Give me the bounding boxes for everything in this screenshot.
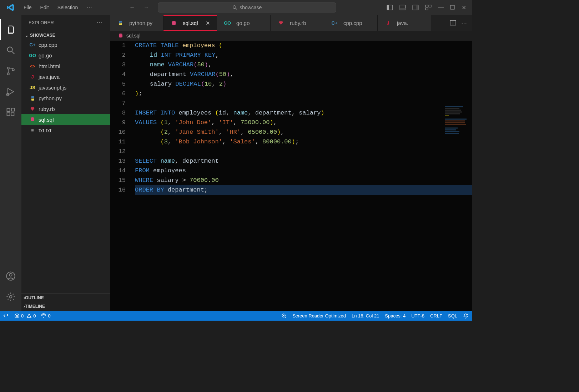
status-indent[interactable]: Spaces: 4	[385, 313, 406, 319]
file-type-icon: ≡	[29, 128, 36, 133]
menu-file[interactable]: File	[20, 2, 35, 12]
activity-debug-icon[interactable]	[0, 81, 21, 102]
chevron-down-icon: ⌄	[24, 33, 30, 38]
activity-explorer-icon[interactable]	[0, 19, 21, 40]
svg-rect-3	[387, 5, 389, 10]
split-editor-icon[interactable]	[450, 20, 456, 26]
svg-line-13	[12, 52, 15, 54]
status-cursor-pos[interactable]: Ln 16, Col 21	[352, 313, 379, 319]
timeline-header[interactable]: › TIMELINE	[21, 302, 110, 311]
file-name-label: txt.txt	[39, 127, 51, 133]
activity-bar	[0, 15, 21, 311]
file-item[interactable]: python.py	[21, 93, 110, 103]
svg-point-52	[466, 314, 468, 315]
code-content[interactable]: CREATE TABLE employees ( id INT PRIMARY …	[135, 41, 472, 311]
outline-header[interactable]: › OUTLINE	[21, 294, 110, 302]
folder-header[interactable]: ⌄ SHOWCASE	[21, 31, 110, 39]
status-notifications-icon[interactable]	[463, 313, 468, 319]
layout-sidebar-left-icon[interactable]	[387, 4, 393, 11]
layout-sidebar-right-icon[interactable]	[412, 4, 419, 11]
svg-rect-38	[445, 121, 465, 122]
menu-selection[interactable]: Selection	[54, 2, 82, 12]
status-screen-reader[interactable]: Screen Reader Optimized	[292, 313, 346, 319]
file-item[interactable]: GOgo.go	[21, 50, 110, 61]
file-item[interactable]: ≡txt.txt	[21, 125, 110, 136]
remote-icon[interactable]	[4, 313, 9, 319]
svg-rect-8	[426, 5, 428, 7]
svg-rect-18	[7, 109, 10, 112]
nav-forward-icon[interactable]: →	[144, 4, 149, 11]
file-type-icon: C+	[29, 42, 36, 47]
breadcrumb-file: sql.sql	[126, 33, 141, 39]
status-feedback-icon[interactable]	[281, 313, 287, 319]
status-ports[interactable]: 0	[41, 313, 50, 319]
tab[interactable]: sql.sql✕	[163, 15, 217, 31]
window-minimize-icon[interactable]: ―	[438, 4, 444, 11]
file-item[interactable]: Jjava.java	[21, 71, 110, 82]
svg-rect-33	[445, 110, 461, 111]
activity-account-icon[interactable]	[0, 266, 21, 286]
file-type-icon	[29, 106, 36, 111]
file-name-label: ruby.rb	[39, 106, 55, 112]
explorer-more-icon[interactable]: ⋯	[96, 19, 103, 26]
breadcrumb[interactable]: sql.sql	[110, 31, 472, 41]
file-name-label: java.java	[39, 74, 60, 80]
database-icon	[118, 33, 124, 39]
tab[interactable]: GOgo.go	[217, 15, 271, 31]
activity-search-icon[interactable]	[0, 40, 21, 61]
tab-close-icon[interactable]: ✕	[206, 20, 210, 26]
activity-extensions-icon[interactable]	[0, 102, 21, 123]
svg-rect-7	[416, 5, 418, 10]
status-eol[interactable]: CRLF	[430, 313, 442, 319]
file-item[interactable]: sql.sql	[21, 114, 110, 125]
vscode-logo-icon	[6, 3, 15, 12]
status-language[interactable]: SQL	[448, 313, 457, 319]
file-type-icon: J	[29, 74, 36, 80]
code-editor[interactable]: 12345678910111213141516 CREATE TABLE emp…	[110, 41, 472, 311]
file-item[interactable]: JSjavascript.js	[21, 82, 110, 93]
file-type-icon	[116, 20, 124, 26]
menu-edit[interactable]: Edit	[37, 2, 52, 12]
file-name-label: javascript.js	[39, 85, 66, 91]
activity-source-control-icon[interactable]	[0, 61, 21, 81]
search-placeholder: showcase	[240, 5, 262, 10]
file-type-icon: <>	[29, 63, 36, 69]
svg-rect-44	[445, 133, 459, 134]
outline-label: OUTLINE	[25, 295, 44, 300]
svg-line-1	[236, 8, 237, 10]
file-item[interactable]: C+cpp.cpp	[21, 39, 110, 50]
tab[interactable]: C+cpp.cpp	[324, 15, 378, 31]
activity-settings-icon[interactable]	[0, 286, 21, 307]
file-item[interactable]: <>html.html	[21, 61, 110, 71]
status-encoding[interactable]: UTF-8	[411, 313, 424, 319]
nav-back-icon[interactable]: ←	[129, 4, 135, 11]
svg-rect-5	[400, 8, 406, 10]
svg-rect-20	[11, 113, 14, 116]
window-close-icon[interactable]: ✕	[462, 4, 466, 11]
sidebar-title: EXPLORER ⋯	[21, 15, 110, 30]
tab-label: ruby.rb	[290, 20, 306, 26]
status-errors[interactable]: 0 0	[14, 313, 36, 319]
svg-rect-21	[11, 108, 14, 111]
window-maximize-icon[interactable]	[450, 5, 455, 10]
tab[interactable]: ruby.rb	[271, 15, 324, 31]
file-item[interactable]: ruby.rb	[21, 103, 110, 114]
editor-area: python.pysql.sql✕GOgo.goruby.rbC+cpp.cpp…	[110, 15, 472, 311]
menu-more-icon[interactable]: ⋯	[83, 3, 96, 12]
tabs: python.pysql.sql✕GOgo.goruby.rbC+cpp.cpp…	[110, 15, 472, 31]
minimap[interactable]	[443, 41, 472, 311]
svg-rect-9	[429, 5, 431, 7]
customize-layout-icon[interactable]	[425, 4, 432, 11]
svg-point-15	[7, 73, 9, 75]
command-center[interactable]: showcase	[158, 2, 336, 12]
tab[interactable]: python.py	[110, 15, 163, 31]
file-name-label: go.go	[39, 52, 52, 58]
tab-label: go.go	[236, 20, 250, 26]
tab-more-icon[interactable]: ⋯	[461, 20, 467, 26]
layout-panel-icon[interactable]	[399, 4, 406, 11]
svg-point-24	[10, 296, 12, 298]
tab[interactable]: Jjava.	[378, 15, 431, 31]
file-type-icon: J	[384, 20, 392, 26]
file-type-icon	[277, 20, 285, 25]
file-type-icon	[29, 96, 36, 101]
